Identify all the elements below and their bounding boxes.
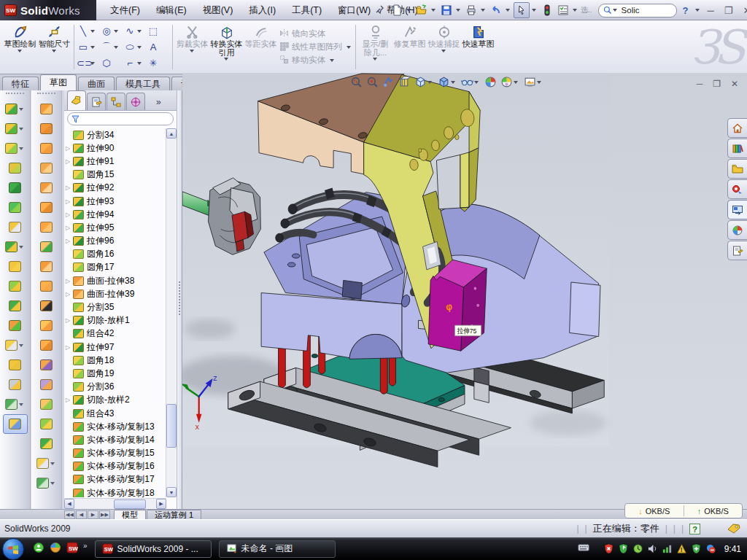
surf-curved-surface-button[interactable] — [33, 276, 61, 296]
previous-view-icon[interactable] — [382, 76, 395, 88]
tree-item[interactable]: ▷曲面-拉伸38 — [64, 274, 166, 287]
pane-tab-property-manager[interactable] — [87, 93, 106, 110]
menu-1[interactable]: 编辑(E) — [148, 0, 195, 20]
mirror-entities-button[interactable]: 镜向实体 — [278, 28, 353, 40]
help-question-icon[interactable]: ? — [689, 524, 700, 534]
feat-fillet-button[interactable] — [1, 139, 29, 158]
feat-mirror-button[interactable] — [1, 257, 29, 276]
tree-item[interactable]: ▷拉伸92 — [64, 182, 166, 195]
task-pane-tab-appearances-scenes[interactable] — [727, 220, 747, 240]
display-delete-relations-button[interactable]: 显示/删除几... — [358, 22, 392, 72]
apply-scene-icon[interactable] — [500, 76, 520, 88]
spline-tool[interactable]: ∿ — [123, 23, 147, 39]
line-tool[interactable]: ╲ — [77, 23, 100, 39]
circle-tool[interactable]: ◎ — [100, 23, 123, 39]
smart-dimension-button[interactable]: 智能尺寸 — [37, 22, 71, 72]
expand-arrow-icon[interactable]: ▷ — [66, 198, 73, 205]
tree-item[interactable]: ▷拉伸90 — [64, 141, 166, 155]
tree-item[interactable]: 实体-移动/复制14 — [64, 433, 166, 446]
view-settings-icon[interactable] — [524, 76, 543, 88]
antivirus-shield-icon[interactable] — [603, 543, 614, 554]
window-close-button[interactable]: ✕ — [738, 5, 747, 16]
surf-swept-surface-button[interactable] — [33, 99, 61, 119]
expand-arrow-icon[interactable]: ▷ — [66, 184, 73, 191]
window-minimize-button[interactable]: ─ — [703, 5, 719, 16]
menu-4[interactable]: 工具(T) — [284, 0, 330, 20]
expand-arrow-icon[interactable]: ▷ — [66, 278, 73, 284]
window-restore-button[interactable]: ❐ — [720, 5, 738, 16]
view-orientation-icon[interactable] — [414, 76, 434, 88]
model-tab-运动算例 1[interactable]: 运动算例 1 — [147, 510, 201, 519]
menu-2[interactable]: 视图(V) — [195, 0, 241, 20]
tab-nav-last[interactable]: ▶▶ — [99, 510, 110, 519]
surf-thickened-cut-button[interactable] — [33, 434, 61, 454]
display-style-icon[interactable] — [438, 76, 457, 88]
solidworks-quick-icon[interactable]: SW — [66, 542, 78, 556]
menu-3[interactable]: 插入(I) — [241, 0, 284, 20]
green-shield-icon[interactable] — [618, 543, 629, 554]
taskbar-task-1[interactable]: 未命名 - 画图 — [219, 540, 336, 558]
expand-arrow-icon[interactable]: ▷ — [66, 145, 73, 152]
tree-item[interactable]: ▷切除-放样1 — [64, 314, 166, 327]
help-button[interactable]: ? — [678, 5, 693, 16]
expand-arrow-icon[interactable]: ▷ — [66, 344, 73, 351]
media-icon[interactable] — [50, 542, 61, 556]
hide-show-items-icon[interactable] — [461, 76, 481, 88]
panel-splitter[interactable] — [177, 90, 182, 509]
surf-planar-surface-button[interactable] — [33, 217, 61, 237]
messenger-icon[interactable] — [33, 542, 44, 556]
pin-toolbar-button[interactable] — [374, 2, 388, 18]
surf-replace-face-button[interactable] — [33, 316, 61, 335]
surf-revolved-surface-button[interactable] — [33, 119, 61, 139]
toggle-selection-button[interactable] — [540, 2, 554, 18]
tree-item[interactable]: 圆角19 — [64, 367, 166, 380]
feat-curves-button[interactable] — [1, 394, 29, 414]
tree-item[interactable]: ▷拉伸97 — [64, 341, 166, 354]
surf-untrim-surface-button[interactable] — [33, 335, 61, 355]
menu-0[interactable]: 文件(F) — [102, 0, 148, 20]
surf-filled-surface-button[interactable] — [33, 198, 61, 217]
feat-instant3d-button[interactable] — [3, 414, 28, 434]
tree-item[interactable]: ▷拉伸95 — [64, 221, 166, 234]
tag-icon[interactable] — [727, 523, 741, 534]
task-pane-tab-design-library[interactable] — [727, 139, 747, 158]
offset-entities-button[interactable]: 等距实体 — [244, 22, 278, 72]
feat-revolved-boss-button[interactable] — [1, 119, 29, 139]
update-badge-icon[interactable] — [632, 543, 643, 554]
feat-combine-button[interactable] — [1, 296, 29, 316]
security-plus-icon[interactable] — [691, 543, 702, 554]
rectangle-tool[interactable]: ▭ — [77, 39, 100, 55]
keyboard-layout-icon[interactable] — [578, 542, 589, 556]
volume-icon[interactable] — [647, 543, 658, 554]
tree-item[interactable]: ▷拉伸96 — [64, 235, 166, 248]
network-phone-icon[interactable] — [662, 543, 673, 554]
print-button[interactable] — [464, 2, 479, 18]
fillet-tool[interactable]: ⌐ — [123, 55, 147, 71]
arc-tool[interactable]: ⌒ — [100, 39, 123, 55]
tree-item[interactable]: 实体-移动/复制13 — [64, 420, 166, 433]
tree-item[interactable]: ▷拉伸94 — [64, 208, 166, 221]
save-button[interactable] — [439, 2, 454, 18]
menu-5[interactable]: 窗口(W) — [330, 0, 379, 20]
move-entities-button[interactable]: 移动实体 — [278, 55, 353, 66]
doc-close-button[interactable]: ✕ — [731, 79, 738, 89]
feat-delete-body-button[interactable] — [1, 335, 29, 355]
start-button[interactable] — [2, 538, 24, 560]
tree-item[interactable]: 实体-移动/复制15 — [64, 447, 166, 460]
tree-item[interactable]: 圆角15 — [64, 168, 166, 182]
new-document-button[interactable] — [390, 2, 404, 18]
taskbar-task-0[interactable]: SWSolidWorks 2009 - ... — [95, 540, 212, 558]
feat-linear-pattern-button[interactable] — [1, 237, 29, 257]
surf-c-surface-button[interactable] — [33, 139, 61, 158]
task-pane-tab-solidworks-forum[interactable] — [727, 179, 747, 199]
feat-deform-button[interactable] — [1, 375, 29, 394]
tree-item[interactable]: 实体-移动/复制16 — [64, 460, 166, 473]
graphics-area[interactable]: φ 拉伸75 X Y Z — [182, 73, 747, 509]
point-tool[interactable]: ✳ — [147, 55, 170, 71]
search-input[interactable]: Solic — [598, 4, 677, 18]
undo-button[interactable] — [489, 2, 503, 18]
edit-appearance-icon[interactable] — [484, 76, 497, 88]
surf-thicken-button[interactable] — [33, 414, 61, 434]
tree-item[interactable]: 圆角18 — [64, 354, 166, 367]
model-tab-模型[interactable]: 模型 — [114, 510, 146, 519]
